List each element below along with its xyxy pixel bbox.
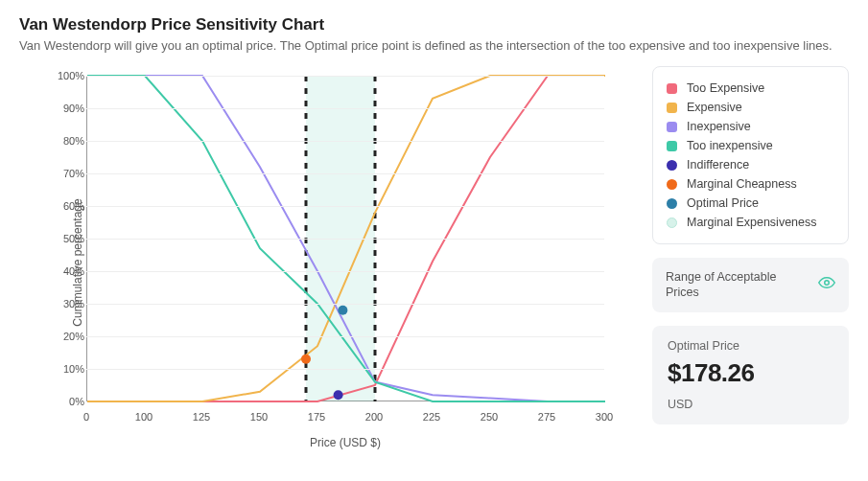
x-tick: 225	[423, 411, 440, 423]
y-tick: 10%	[58, 363, 84, 375]
swatch-marginal-cheapness	[667, 179, 677, 190]
x-tick: 125	[193, 411, 210, 423]
gridline	[86, 141, 604, 142]
intersection-point	[334, 390, 343, 400]
legend-item-marginal-expensiveness[interactable]: Marginal Expensiveness	[667, 213, 834, 232]
legend-label: Expensive	[687, 101, 742, 114]
x-tick: 150	[250, 411, 268, 423]
legend-label: Inexpensive	[687, 120, 751, 133]
range-label: Range of Acceptable Prices	[666, 269, 790, 301]
y-tick: 20%	[58, 331, 84, 342]
y-tick: 60%	[58, 200, 84, 212]
y-tick: 30%	[58, 298, 84, 309]
legend-item-inexpensive[interactable]: Inexpensive	[667, 117, 834, 136]
y-tick: 50%	[58, 233, 84, 244]
swatch-optimal-price	[667, 198, 677, 209]
y-tick: 100%	[58, 70, 84, 81]
eye-icon	[818, 274, 835, 295]
gridline	[86, 173, 604, 174]
x-tick: 0	[83, 411, 89, 423]
legend-label: Too Expensive	[687, 81, 764, 95]
y-tick: 40%	[58, 265, 84, 277]
gridline	[86, 108, 604, 109]
legend-label: Indifference	[687, 158, 749, 172]
optimal-price-currency: USD	[668, 398, 833, 411]
chart-title: Van Westendorp Price Sensitivity Chart	[19, 15, 849, 34]
y-tick: 80%	[58, 135, 84, 147]
chart-area: Cummulative percentage Price (USD $) 0%1…	[19, 66, 633, 459]
swatch-indifference	[667, 160, 677, 171]
gridline	[86, 76, 604, 77]
legend-label: Too inexpensive	[687, 139, 773, 152]
legend-item-indifference[interactable]: Indifference	[667, 155, 834, 174]
x-tick: 100	[135, 411, 152, 423]
svg-point-0	[825, 281, 830, 286]
swatch-too-expensive	[667, 83, 677, 94]
y-tick: 70%	[58, 168, 84, 179]
legend: Too Expensive Expensive Inexpensive Too …	[652, 66, 849, 244]
legend-label: Marginal Expensiveness	[687, 216, 817, 229]
legend-item-too-inexpensive[interactable]: Too inexpensive	[667, 136, 834, 155]
intersection-point	[301, 355, 311, 364]
gridline	[86, 271, 604, 272]
gridline	[86, 369, 604, 370]
x-tick: 250	[481, 411, 498, 423]
range-acceptable-prices-toggle[interactable]: Range of Acceptable Prices	[652, 258, 849, 312]
swatch-inexpensive	[667, 122, 677, 132]
x-axis-label: Price (USD $)	[86, 436, 604, 449]
x-tick: 275	[538, 411, 555, 423]
x-tick: 175	[308, 411, 325, 423]
legend-item-expensive[interactable]: Expensive	[667, 98, 834, 117]
gridline	[86, 304, 604, 305]
optimal-price-value: $178.26	[668, 358, 833, 388]
x-tick: 200	[365, 411, 383, 423]
swatch-expensive	[667, 103, 677, 113]
swatch-too-inexpensive	[667, 141, 677, 151]
gridline	[86, 206, 604, 207]
gridline	[86, 239, 604, 240]
y-tick: 0%	[58, 396, 84, 407]
legend-label: Marginal Cheapness	[687, 177, 797, 191]
chart-subtitle: Van Westendorp will give you an optimal …	[19, 38, 849, 53]
optimal-price-label: Optimal Price	[668, 339, 833, 353]
gridline	[86, 336, 604, 337]
legend-item-too-expensive[interactable]: Too Expensive	[667, 79, 834, 98]
legend-item-optimal-price[interactable]: Optimal Price	[667, 194, 834, 213]
intersection-point	[338, 306, 347, 315]
legend-label: Optimal Price	[687, 196, 759, 210]
x-tick: 300	[596, 411, 613, 423]
swatch-marginal-expensiveness	[667, 218, 677, 228]
legend-item-marginal-cheapness[interactable]: Marginal Cheapness	[667, 174, 834, 194]
optimal-price-card: Optimal Price $178.26 USD	[652, 326, 849, 424]
y-tick: 90%	[58, 103, 84, 114]
